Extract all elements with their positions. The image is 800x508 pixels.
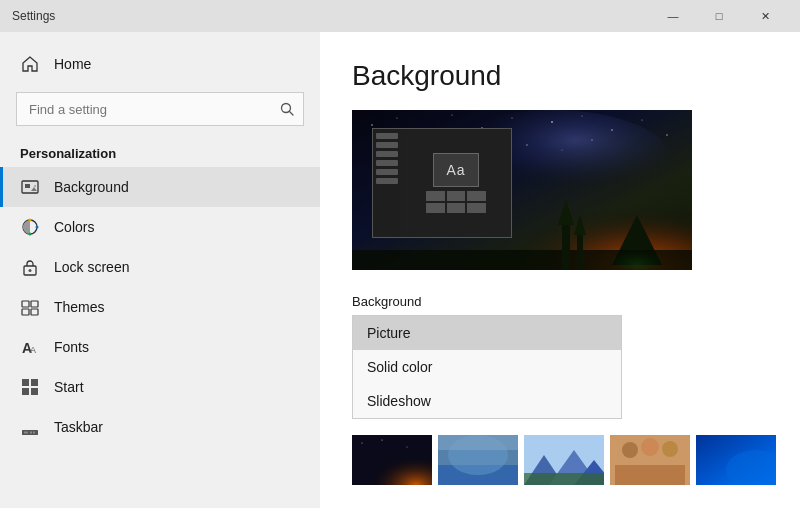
- svg-rect-13: [22, 309, 29, 315]
- start-icon: [20, 377, 40, 397]
- thumbnail-2[interactable]: [438, 435, 518, 485]
- svg-point-28: [371, 124, 372, 125]
- sidebar-item-lock-screen[interactable]: Lock screen: [0, 247, 320, 287]
- svg-line-1: [290, 112, 294, 116]
- sidebar-item-taskbar[interactable]: Taskbar: [0, 407, 320, 447]
- svg-rect-11: [22, 301, 29, 307]
- fonts-icon: A A: [20, 337, 40, 357]
- svg-point-33: [512, 118, 513, 119]
- sidebar-search-container: [16, 92, 304, 126]
- sidebar-item-home[interactable]: Home: [0, 44, 320, 84]
- svg-rect-24: [33, 432, 35, 434]
- dropdown-option-slideshow[interactable]: Slideshow: [353, 384, 621, 418]
- svg-point-44: [562, 150, 563, 151]
- svg-rect-14: [31, 309, 38, 315]
- svg-point-35: [581, 115, 582, 116]
- page-title: Background: [352, 60, 768, 92]
- titlebar-controls: — □ ✕: [650, 0, 788, 32]
- svg-point-8: [29, 233, 32, 236]
- svg-point-4: [34, 185, 36, 187]
- mock-grid: [426, 191, 486, 213]
- background-dropdown[interactable]: Picture Solid color Slideshow: [352, 315, 622, 419]
- main-container: Home Personalization: [0, 32, 800, 508]
- sidebar-item-themes-label: Themes: [54, 299, 105, 315]
- svg-rect-48: [352, 250, 692, 270]
- mock-desktop-preview: Aa: [372, 128, 512, 238]
- sidebar-item-colors-label: Colors: [54, 219, 94, 235]
- home-icon: [20, 54, 40, 74]
- svg-point-70: [662, 441, 678, 457]
- sidebar-item-background[interactable]: Background: [0, 167, 320, 207]
- svg-point-43: [526, 144, 527, 145]
- svg-rect-22: [24, 432, 28, 434]
- svg-rect-51: [577, 230, 583, 270]
- mock-window: Aa: [433, 153, 478, 187]
- svg-rect-19: [22, 388, 29, 395]
- dropdown-option-picture[interactable]: Picture: [353, 316, 621, 350]
- titlebar-title: Settings: [12, 9, 55, 23]
- svg-rect-66: [524, 473, 604, 485]
- svg-rect-71: [615, 465, 685, 485]
- thumbnail-1[interactable]: [352, 435, 432, 485]
- svg-point-38: [666, 134, 668, 136]
- svg-point-37: [642, 120, 643, 121]
- sidebar-item-lock-screen-label: Lock screen: [54, 259, 129, 275]
- sidebar-item-start-label: Start: [54, 379, 84, 395]
- svg-point-31: [451, 114, 452, 115]
- mock-content: Aa: [401, 129, 511, 237]
- svg-rect-17: [22, 379, 29, 386]
- thumbnail-4[interactable]: [610, 435, 690, 485]
- svg-rect-61: [438, 435, 518, 450]
- svg-rect-49: [562, 220, 570, 270]
- maximize-button[interactable]: □: [696, 0, 742, 32]
- svg-point-45: [591, 139, 592, 140]
- thumbnail-5[interactable]: [696, 435, 776, 485]
- sidebar-item-themes[interactable]: Themes: [0, 287, 320, 327]
- svg-point-55: [362, 443, 363, 444]
- svg-point-29: [397, 118, 398, 119]
- mock-taskbar: [373, 129, 401, 237]
- svg-point-69: [641, 438, 659, 456]
- sidebar-item-start[interactable]: Start: [0, 367, 320, 407]
- field-label: Background: [352, 294, 768, 309]
- mock-window-text: Aa: [446, 162, 465, 178]
- svg-rect-18: [31, 379, 38, 386]
- sidebar-item-colors[interactable]: Colors: [0, 207, 320, 247]
- svg-rect-12: [31, 301, 38, 307]
- minimize-button[interactable]: —: [650, 0, 696, 32]
- svg-point-56: [381, 439, 382, 440]
- themes-icon: [20, 297, 40, 317]
- svg-text:A: A: [30, 345, 36, 355]
- sidebar-item-fonts[interactable]: A A Fonts: [0, 327, 320, 367]
- content-area: Background: [320, 32, 800, 508]
- svg-point-10: [29, 269, 32, 272]
- sidebar-item-fonts-label: Fonts: [54, 339, 89, 355]
- svg-rect-3: [25, 184, 30, 188]
- svg-point-7: [36, 226, 39, 229]
- sidebar-section-label: Personalization: [0, 134, 320, 167]
- search-button[interactable]: [270, 92, 304, 126]
- thumbnail-row: [352, 435, 768, 485]
- colors-icon: [20, 217, 40, 237]
- svg-point-6: [29, 219, 32, 222]
- svg-point-36: [611, 129, 612, 130]
- sidebar-item-taskbar-label: Taskbar: [54, 419, 103, 435]
- lock-screen-icon: [20, 257, 40, 277]
- search-input[interactable]: [16, 92, 304, 126]
- thumbnail-3[interactable]: [524, 435, 604, 485]
- close-button[interactable]: ✕: [742, 0, 788, 32]
- taskbar-icon: [20, 417, 40, 437]
- sidebar: Home Personalization: [0, 32, 320, 508]
- background-preview: Aa: [352, 110, 692, 270]
- svg-point-34: [551, 121, 553, 123]
- titlebar: Settings — □ ✕: [0, 0, 800, 32]
- dropdown-option-solid-color[interactable]: Solid color: [353, 350, 621, 384]
- home-label: Home: [54, 56, 91, 72]
- background-icon: [20, 177, 40, 197]
- svg-rect-23: [30, 432, 32, 434]
- svg-rect-54: [352, 435, 432, 485]
- svg-point-57: [407, 447, 408, 448]
- svg-rect-20: [31, 388, 38, 395]
- sidebar-item-background-label: Background: [54, 179, 129, 195]
- svg-point-68: [622, 442, 638, 458]
